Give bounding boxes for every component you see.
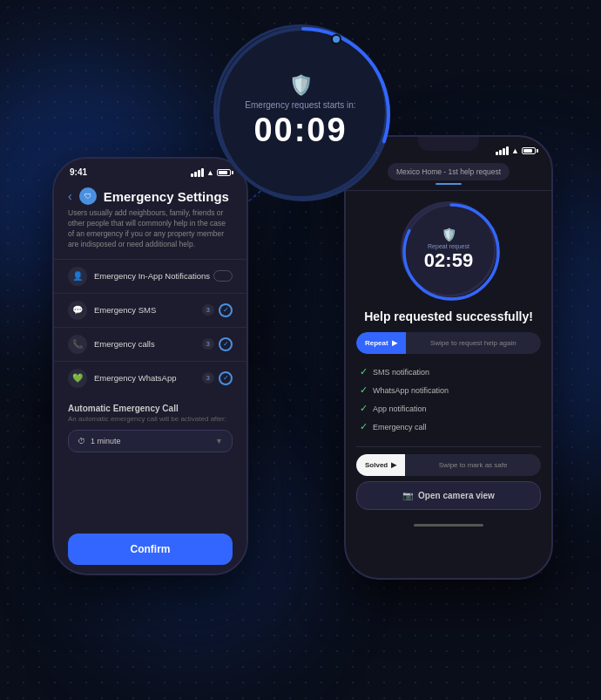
notif-sms-label: SMS notification	[373, 368, 429, 377]
emergency-icon-left: 🛡	[79, 187, 97, 205]
dropdown-value: 1 minute	[91, 437, 121, 445]
tab-indicator	[436, 183, 462, 185]
notch-right	[418, 137, 479, 151]
sms-badge: 3	[202, 304, 214, 316]
whatsapp-icon: 💚	[68, 369, 87, 388]
left-phone: 9:41 ▲ ‹ 🛡 Emergency Settings Users usua…	[52, 157, 248, 575]
swipe-safe-area[interactable]: Swipe to mark as safe	[405, 454, 541, 476]
toggle-inapp[interactable]	[213, 270, 233, 282]
setting-label-inapp: Emergency In-App Notifications	[94, 271, 210, 281]
camera-label: Open camera view	[418, 491, 495, 500]
arrow-right-solved-icon: ▶	[391, 461, 396, 469]
check-calls[interactable]: ✓	[219, 337, 233, 351]
solved-action-row: Solved ▶ Swipe to mark as safe	[356, 454, 541, 476]
setting-calls: 📞 Emergency calls 3 ✓	[54, 327, 246, 361]
notif-whatsapp: ✓ WhatsApp notification	[360, 381, 537, 399]
repeat-timer-area: 🛡️ Repeat request 02:59	[346, 191, 551, 304]
camera-icon: 📷	[402, 491, 413, 500]
home-indicator-right	[414, 524, 483, 527]
setting-label-calls: Emergency calls	[94, 339, 155, 349]
notif-call-label: Emergency call	[373, 423, 427, 432]
check-whatsapp-icon: ✓	[360, 384, 368, 396]
time-dropdown[interactable]: ⏱ 1 minute ▼	[68, 430, 233, 452]
swipe-repeat-area[interactable]: Swipe to request help again	[406, 332, 541, 354]
clock-icon: ⏱	[78, 437, 85, 445]
whatsapp-badge: 3	[202, 372, 214, 384]
left-phone-title: Emergency Settings	[104, 189, 229, 204]
battery-icon-right	[522, 147, 536, 154]
check-call-icon: ✓	[360, 421, 368, 432]
setting-sms: 💬 Emergency SMS 3 ✓	[54, 293, 246, 327]
back-icon[interactable]: ‹	[68, 189, 72, 203]
setting-in-app: 👤 Emergency In-App Notifications	[54, 259, 246, 293]
confirm-button[interactable]: Confirm	[68, 533, 233, 565]
status-icons-right: ▲	[496, 146, 536, 155]
notif-sms: ✓ SMS notification	[360, 363, 537, 381]
time-left: 9:41	[70, 167, 87, 177]
wifi-icon-right: ▲	[511, 146, 519, 155]
auto-call-desc: An automatic emergency call will be acti…	[68, 415, 233, 423]
setting-whatsapp: 💚 Emergency WhatsApp 3 ✓	[54, 361, 246, 395]
check-app-icon: ✓	[360, 403, 368, 414]
repeat-button[interactable]: Repeat ▶	[356, 332, 406, 354]
notif-app-label: App notification	[373, 404, 427, 413]
notif-call: ✓ Emergency call	[360, 418, 537, 436]
tab-mexico-home[interactable]: Mexico Home - 1st help request	[388, 163, 510, 180]
phone-icon: 📞	[68, 335, 87, 354]
check-sms-icon: ✓	[360, 366, 368, 377]
setting-label-sms: Emergency SMS	[94, 305, 156, 315]
calls-badge: 3	[202, 338, 214, 350]
notif-app: ✓ App notification	[360, 399, 537, 418]
check-whatsapp[interactable]: ✓	[219, 371, 233, 385]
chevron-down-icon: ▼	[215, 437, 223, 445]
person-icon: 👤	[68, 267, 87, 286]
repeat-action-row: Repeat ▶ Swipe to request help again	[356, 332, 541, 354]
timer-dot	[331, 34, 341, 44]
notch-left	[120, 159, 181, 173]
notification-list: ✓ SMS notification ✓ WhatsApp notificati…	[346, 359, 551, 439]
auto-call-section: Automatic Emergency Call An automatic em…	[54, 395, 246, 458]
solved-label: Solved	[365, 461, 388, 469]
setting-label-whatsapp: Emergency WhatsApp	[94, 373, 177, 383]
countdown-timer: 🛡️ Emergency request starts in: 00:09	[213, 24, 388, 199]
check-sms[interactable]: ✓	[219, 303, 233, 317]
camera-button[interactable]: 📷 Open camera view	[356, 481, 541, 510]
auto-call-title: Automatic Emergency Call	[68, 404, 233, 413]
solved-button[interactable]: Solved ▶	[356, 454, 405, 476]
left-phone-description: Users usually add neighbours, family, fr…	[54, 208, 246, 250]
success-text: Help requested successfully!	[346, 304, 551, 332]
notif-whatsapp-label: WhatsApp notification	[373, 386, 449, 395]
repeat-label: Repeat	[365, 339, 388, 347]
arrow-right-icon: ▶	[392, 339, 397, 347]
sms-icon: 💬	[68, 301, 87, 320]
repeat-timer-circle: 🛡️ Repeat request 02:59	[401, 201, 496, 297]
divider	[356, 446, 541, 447]
